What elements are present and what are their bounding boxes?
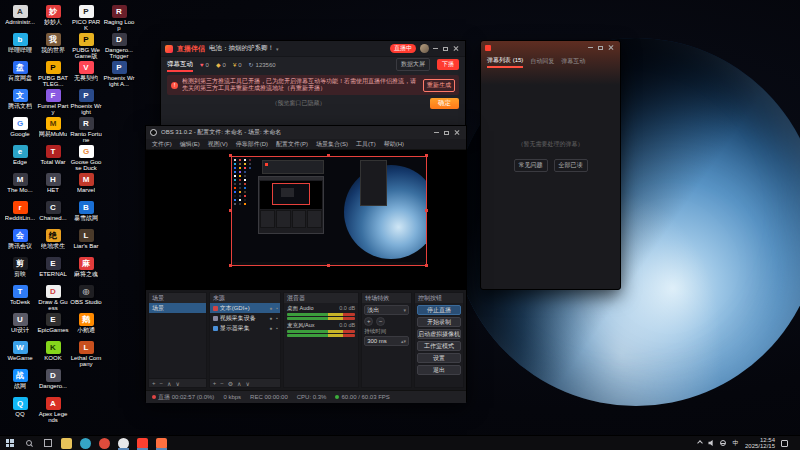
desktop-icon[interactable]: LLethal Company [70,341,102,369]
desktop-icon[interactable]: rRedditLin... [4,201,36,229]
volume-icon[interactable] [708,440,714,446]
desktop-icon[interactable]: TToDesk [4,285,36,313]
taskbar-app-chat-helper[interactable] [152,436,171,450]
desktop-icon[interactable]: DDangero... [37,369,69,397]
companion-action-button[interactable]: 数据大屏 [396,58,430,71]
transition-duration-spinner[interactable]: 300 ms ▴▾ [364,336,409,346]
visibility-eye-icon[interactable]: ● [269,323,274,333]
desktop-icon[interactable]: PPICO PARK [70,5,102,33]
obs-source-row[interactable]: 文本(GDI+)●▪ [210,303,280,313]
minimize-icon[interactable] [588,47,593,48]
desktop-icon[interactable]: V无畏契约 [70,61,102,89]
desktop-icon[interactable]: PPhoenix Wright A... [103,61,135,89]
desktop-icon[interactable]: 我我的世界 [37,33,69,61]
obs-scene-item[interactable]: 场景 [149,303,206,313]
desktop-icon[interactable]: TTotal War [37,145,69,173]
obs-control-button[interactable]: 停止直播 [417,305,461,315]
tray-expand-icon[interactable] [698,440,704,446]
add-transition-icon[interactable]: + [364,317,373,326]
obs-menu-item[interactable]: 帮助(H) [381,140,407,149]
taskbar-app-edge[interactable] [76,436,95,450]
obs-preview[interactable] [146,150,466,290]
obs-menu-item[interactable]: 场景集合(S) [313,140,351,149]
desktop-icon[interactable]: HHET [37,173,69,201]
desktop-icon[interactable]: PPUBG WeGame版 [70,33,102,61]
obs-control-button[interactable]: 设置 [417,353,461,363]
desktop-icon[interactable]: 文腾讯文档 [4,89,36,117]
taskbar-app-live-companion[interactable] [133,436,152,450]
desktop-icon[interactable]: 战战网 [4,369,36,397]
move-up-icon[interactable]: ∧ [237,380,241,387]
desktop-icon[interactable]: M网易MuMu [37,117,69,145]
desktop-icon[interactable]: RRaging Loop [103,5,135,33]
source-properties-icon[interactable]: ⚙ [228,380,233,387]
network-icon[interactable] [720,440,726,446]
desktop-icon[interactable]: eEdge [4,145,36,173]
move-up-icon[interactable]: ∧ [167,380,171,387]
chat-tab[interactable]: 弹幕列表 (15) [487,55,523,68]
maximize-icon[interactable] [598,46,603,50]
taskbar-clock[interactable]: 12:54 2025/12/15 [745,437,775,449]
desktop-icon[interactable]: DDraw & Guess [37,285,69,313]
desktop-icon[interactable]: RRanto Fortune [70,117,102,145]
desktop-icon[interactable]: DDangero... Trigger [103,33,135,61]
chat-action-button[interactable]: 全部已读 [554,159,588,172]
desktop-icon[interactable]: 盘百度网盘 [4,61,36,89]
obs-control-button[interactable]: 退出 [417,365,461,375]
desktop-icon[interactable]: MThe Mo... [4,173,36,201]
obs-menu-item[interactable]: 配置文件(P) [273,140,311,149]
add-scene-icon[interactable]: + [152,380,156,386]
avatar[interactable] [420,44,429,53]
chat-tab[interactable]: 弹幕互动 [561,57,585,66]
obs-source-row[interactable]: 视频采集设备●▪ [210,313,280,323]
maximize-icon[interactable] [444,131,449,135]
transition-select[interactable]: 淡出 ▾ [364,305,409,315]
input-language-indicator[interactable]: 中 [732,439,739,448]
desktop-icon[interactable]: 妙妙妙人 [37,5,69,33]
close-icon[interactable] [454,130,460,136]
desktop-icon[interactable]: PPUBG BATTLEG... [37,61,69,89]
close-icon[interactable] [608,45,614,51]
obs-menu-item[interactable]: 视图(V) [205,140,231,149]
taskbar-app-explorer[interactable] [57,436,76,450]
start-button[interactable] [0,436,19,450]
desktop-icon[interactable]: WWeGame [4,341,36,369]
desktop-icon[interactable]: EEpicGames [37,313,69,341]
desktop-icon[interactable]: GGoogle [4,117,36,145]
obs-menu-item[interactable]: 工具(T) [353,140,379,149]
chat-tab[interactable]: 自动回复 [530,57,554,66]
desktop-icon[interactable]: b哔哩哔哩 [4,33,36,61]
close-icon[interactable] [453,46,459,52]
remove-source-icon[interactable]: − [220,380,224,386]
desktop-icon[interactable]: 鹅小鹅通 [70,313,102,341]
desktop-icon[interactable]: EETERNAL [37,257,69,285]
lock-icon[interactable]: ▪ [276,313,280,323]
obs-menu-item[interactable]: 编辑(E) [177,140,203,149]
desktop-icon[interactable]: KKOOK [37,341,69,369]
desktop-icon[interactable]: UUI设计 [4,313,36,341]
desktop-icon[interactable]: 剪剪映 [4,257,36,285]
visibility-eye-icon[interactable]: ● [269,303,274,313]
maximize-icon[interactable] [443,47,448,51]
move-down-icon[interactable]: ∨ [175,380,179,387]
lock-icon[interactable]: ▪ [276,303,280,313]
desktop-icon[interactable]: 绝绝地求生 [37,229,69,257]
remove-transition-icon[interactable]: − [376,317,385,326]
tab-danmu-interaction[interactable]: 弹幕互动 [167,57,193,72]
taskbar-app-chrome[interactable] [95,436,114,450]
display-capture-source[interactable] [231,156,427,266]
desktop-icon[interactable]: FFunnel Party [37,89,69,117]
desktop-icon[interactable]: 会腾讯会议 [4,229,36,257]
obs-control-button[interactable]: 工作室模式 [417,341,461,351]
desktop-icon[interactable]: MMarvel [70,173,102,201]
desktop-icon[interactable]: QQQ [4,397,36,425]
add-source-icon[interactable]: + [213,380,217,386]
confirm-button[interactable]: 确定 [430,98,459,109]
desktop-icon[interactable]: AAdministr... [4,5,36,33]
minimize-icon[interactable] [434,132,439,133]
task-view-button[interactable] [38,436,57,450]
obs-control-button[interactable]: 启动虚拟摄像机 [417,329,461,339]
desktop-icon[interactable]: CChained... [37,201,69,229]
desktop-icon[interactable]: ◎OBS Studio [70,285,102,313]
desktop-icon[interactable]: LLiar's Bar [70,229,102,257]
